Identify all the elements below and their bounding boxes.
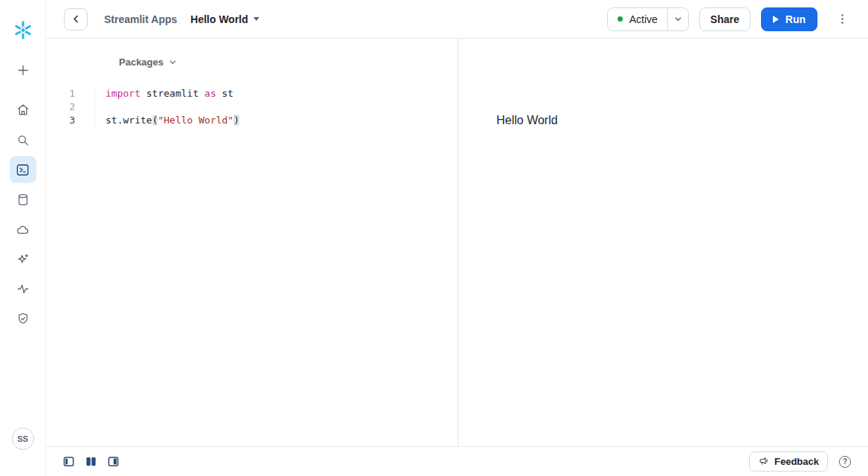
code-gutter: 123 [46, 87, 95, 127]
app-title-dropdown[interactable]: Hello World [190, 13, 259, 25]
layout-split-view-button[interactable] [85, 456, 97, 468]
status-dropdown-button[interactable] [668, 8, 688, 30]
cloud-icon [16, 222, 30, 237]
share-label: Share [710, 13, 739, 25]
snowflake-icon [13, 20, 33, 40]
help-button[interactable]: ? [839, 456, 851, 468]
avatar[interactable]: SS [12, 428, 34, 450]
database-icon [16, 193, 30, 207]
sidebar-item-create[interactable] [16, 63, 30, 77]
activity-icon [16, 282, 30, 296]
chevron-left-icon [71, 13, 82, 25]
code-area: 123 import streamlit as st st.write("Hel… [46, 87, 458, 127]
avatar-initials: SS [17, 434, 28, 443]
projects-terminal-icon [16, 163, 30, 177]
header: Streamlit Apps Hello World Active Share [46, 0, 868, 39]
kebab-icon [836, 13, 849, 25]
app-window: SS Streamlit Apps Hello World Active [0, 0, 868, 476]
back-button[interactable] [64, 8, 88, 30]
kebab-menu-button[interactable] [834, 11, 850, 28]
sidebar-item-search[interactable] [16, 133, 30, 147]
feedback-button[interactable]: Feedback [749, 451, 828, 472]
right-panel-icon [108, 456, 119, 467]
sidebar-item-monitoring[interactable] [16, 282, 30, 296]
preview-output-text: Hello World [496, 114, 557, 127]
run-button[interactable]: Run [761, 7, 817, 31]
sparkles-icon [16, 252, 30, 266]
megaphone-icon [758, 456, 769, 467]
layout-toggles [62, 456, 119, 468]
sidebar-item-home[interactable] [16, 103, 30, 117]
sidebar-item-admin[interactable] [16, 312, 30, 326]
layout-right-panel-button[interactable] [107, 456, 119, 468]
help-glyph: ? [843, 457, 847, 466]
shield-icon [16, 312, 30, 326]
code-editor-pane: Packages 123 import streamlit as st st.w… [46, 39, 459, 446]
page-title: Hello World [190, 13, 248, 25]
chevron-down-icon [673, 14, 683, 24]
search-icon [16, 133, 30, 147]
sidebar: SS [0, 0, 46, 476]
layout-left-panel-button[interactable] [62, 456, 74, 468]
footer-right: Feedback ? [749, 451, 851, 472]
breadcrumb[interactable]: Streamlit Apps [104, 13, 177, 25]
status-control: Active [607, 7, 689, 31]
sidebar-item-projects[interactable] [10, 156, 36, 183]
play-icon [773, 16, 779, 23]
run-label: Run [786, 13, 806, 25]
home-icon [16, 103, 30, 117]
status-dot-icon [618, 16, 623, 22]
left-panel-icon [63, 456, 74, 467]
sidebar-item-ai-ml[interactable] [16, 252, 30, 266]
header-actions: Active Share Run [607, 7, 850, 31]
packages-label: Packages [119, 57, 163, 68]
footer: Feedback ? [46, 446, 868, 476]
sidebar-item-marketplace[interactable] [16, 222, 30, 237]
code-lines[interactable]: import streamlit as st st.write("Hello W… [95, 87, 239, 127]
plus-icon [16, 63, 30, 77]
sidebar-item-data[interactable] [16, 193, 30, 207]
app-preview-pane: Hello World [459, 39, 868, 446]
status-badge[interactable]: Active [608, 8, 667, 30]
snowflake-logo[interactable] [13, 20, 33, 40]
feedback-label: Feedback [774, 456, 819, 467]
chevron-down-icon [253, 17, 259, 21]
split-view-icon [85, 456, 97, 467]
chevron-down-icon [168, 57, 178, 67]
share-button[interactable]: Share [699, 7, 751, 31]
status-label: Active [629, 13, 658, 25]
packages-dropdown[interactable]: Packages [119, 55, 178, 68]
